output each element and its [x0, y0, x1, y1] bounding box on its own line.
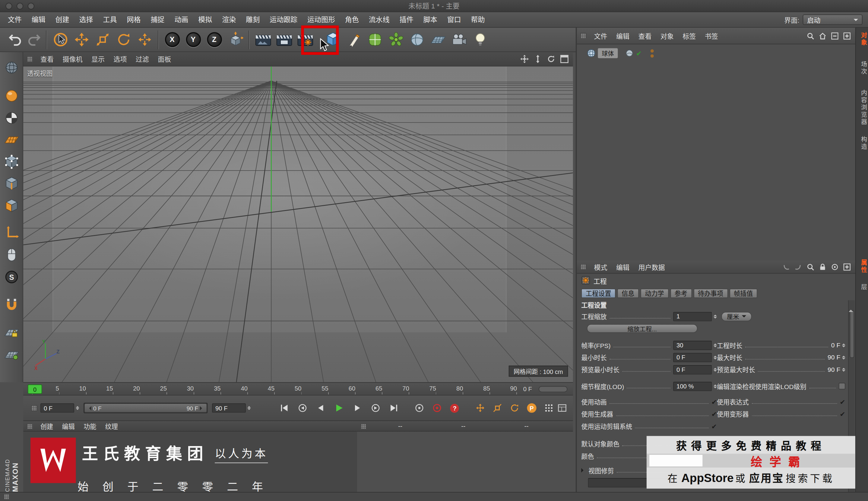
- viewport-menu-item[interactable]: 显示: [87, 52, 109, 66]
- viewport-menu-item[interactable]: 过滤: [131, 52, 153, 66]
- lod-checkbox[interactable]: [839, 383, 845, 389]
- collapse-icon[interactable]: [831, 32, 839, 40]
- pan-view-icon[interactable]: [520, 55, 529, 63]
- menu-item[interactable]: 选择: [74, 12, 98, 27]
- panel-grip-icon[interactable]: [3, 493, 9, 500]
- menu-item[interactable]: 渲染: [217, 12, 241, 27]
- viewport-menu-item[interactable]: 查看: [36, 52, 58, 66]
- menu-item[interactable]: 窗口: [442, 12, 466, 27]
- snap-s-button[interactable]: S: [3, 268, 21, 286]
- record-pla-button[interactable]: [542, 402, 556, 414]
- move-tool[interactable]: [71, 29, 92, 51]
- attribute-menu-item[interactable]: 模式: [590, 262, 612, 271]
- search-icon[interactable]: [806, 32, 814, 40]
- next-key-button[interactable]: [369, 402, 382, 414]
- spinner[interactable]: [714, 354, 717, 361]
- camera-button[interactable]: [449, 29, 470, 51]
- scrollbar-thumb[interactable]: [849, 310, 854, 358]
- lock-z-axis-button[interactable]: Z: [204, 29, 225, 51]
- viewport-canvas[interactable]: 透视视图 网格间距 : 100 cm Y Z X: [23, 66, 573, 382]
- tab-interpolation[interactable]: 帧插值: [729, 288, 757, 298]
- coordinate-system-button[interactable]: [225, 29, 246, 51]
- goto-start-button[interactable]: [277, 402, 291, 414]
- record-position-button[interactable]: [473, 402, 487, 414]
- object-menu-item[interactable]: 标签: [678, 31, 700, 41]
- points-mode-button[interactable]: [3, 153, 21, 171]
- playhead-marker[interactable]: 0: [28, 384, 42, 394]
- object-name[interactable]: 球体: [598, 48, 618, 58]
- object-menu-item[interactable]: 书签: [700, 31, 722, 41]
- tab-todo[interactable]: 待办事项: [693, 288, 728, 298]
- viewport-menu-item[interactable]: 选项: [109, 52, 131, 66]
- preview-min-field[interactable]: 0 F: [673, 365, 712, 374]
- workplane-mode-button[interactable]: [3, 131, 21, 149]
- checkbox-checked-icon[interactable]: [840, 409, 845, 419]
- tab-attributes[interactable]: 属性: [856, 259, 868, 274]
- panel-grip-icon[interactable]: [360, 423, 366, 429]
- fps-field[interactable]: 30: [673, 340, 712, 350]
- lock-icon[interactable]: [819, 263, 827, 271]
- menu-item[interactable]: 脚本: [418, 12, 442, 27]
- rotate-tool[interactable]: [113, 29, 134, 51]
- materials-menu-item[interactable]: 纹理: [101, 422, 122, 430]
- spinner[interactable]: [842, 366, 845, 373]
- model-mode-button[interactable]: [3, 87, 21, 105]
- menu-item[interactable]: 流水线: [364, 12, 395, 27]
- spinner[interactable]: [714, 366, 717, 373]
- panel-grip-icon[interactable]: [580, 33, 586, 39]
- timeline-scroll-handle[interactable]: [539, 386, 567, 392]
- current-frame-field[interactable]: 0 F: [41, 403, 74, 413]
- tab-takes[interactable]: 场次: [856, 61, 868, 75]
- axis-mode-button[interactable]: [3, 224, 21, 242]
- record-rotation-button[interactable]: [508, 402, 521, 414]
- add-icon[interactable]: [843, 263, 851, 271]
- checkbox-checked-icon[interactable]: [712, 397, 717, 406]
- end-frame-field[interactable]: 90 F: [212, 403, 246, 413]
- edges-mode-button[interactable]: [3, 174, 21, 192]
- project-scale-field[interactable]: 1: [673, 311, 712, 321]
- menu-item[interactable]: 网格: [122, 12, 146, 27]
- viewport-solo-button[interactable]: [3, 246, 21, 264]
- next-frame-button[interactable]: [351, 402, 364, 414]
- attribute-menu-item[interactable]: 编辑: [612, 262, 634, 271]
- history-forward-icon[interactable]: [794, 263, 802, 271]
- menu-item[interactable]: 动画: [169, 12, 193, 27]
- spinner[interactable]: [714, 342, 717, 349]
- live-selection-tool[interactable]: [50, 29, 71, 51]
- range-handle[interactable]: 0 F 90 F: [85, 404, 206, 412]
- tab-reference[interactable]: 参考: [670, 288, 692, 298]
- focus-icon[interactable]: [831, 263, 839, 271]
- expand-group-icon[interactable]: [581, 468, 586, 473]
- tab-project-settings[interactable]: 工程设置: [581, 288, 616, 298]
- menu-item[interactable]: 工具: [98, 12, 122, 27]
- panel-grip-icon[interactable]: [26, 56, 33, 62]
- environment-button[interactable]: [427, 29, 449, 51]
- spinner[interactable]: [842, 342, 845, 349]
- workplane-lock-button[interactable]: [3, 323, 21, 341]
- materials-menu-item[interactable]: 创建: [36, 422, 58, 430]
- checkbox-checked-icon[interactable]: [712, 421, 717, 431]
- unit-dropdown[interactable]: 厘米: [722, 311, 752, 321]
- view-label[interactable]: 透视视图: [27, 69, 53, 77]
- goto-end-button[interactable]: [387, 402, 400, 414]
- redo-button[interactable]: [24, 29, 43, 51]
- checkbox-checked-icon[interactable]: [840, 397, 845, 406]
- frame-spinner[interactable]: [248, 404, 251, 412]
- previous-key-button[interactable]: [296, 402, 309, 414]
- record-button[interactable]: [413, 402, 426, 414]
- interface-dropdown[interactable]: 启动: [803, 14, 862, 25]
- min-time-field[interactable]: 0 F: [673, 352, 712, 362]
- record-parameter-button[interactable]: P: [525, 402, 538, 414]
- record-scale-button[interactable]: [491, 402, 504, 414]
- scale-project-button[interactable]: 缩放工程...: [587, 324, 697, 333]
- tab-structure[interactable]: 构造: [856, 136, 868, 151]
- add-icon[interactable]: [843, 32, 851, 40]
- mograph-button[interactable]: [385, 29, 407, 51]
- tab-content-browser[interactable]: 内容浏览器: [856, 90, 868, 126]
- panel-grip-icon[interactable]: [26, 423, 33, 429]
- frame-spinner[interactable]: [76, 404, 79, 412]
- autokey-button[interactable]: [430, 402, 444, 414]
- menu-item[interactable]: 运动跟踪: [265, 12, 303, 27]
- menu-item[interactable]: 运动图形: [303, 12, 340, 27]
- spinner[interactable]: [842, 354, 845, 361]
